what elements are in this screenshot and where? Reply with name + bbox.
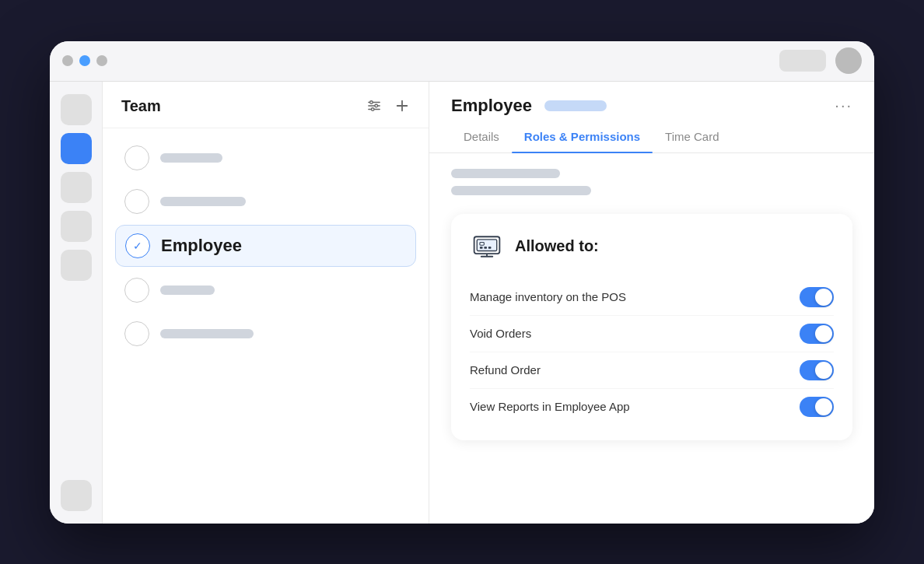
allowed-header: Allowed to:	[470, 229, 834, 264]
team-title: Team	[121, 97, 366, 115]
ph-line-2	[451, 186, 591, 195]
svg-point-3	[370, 101, 373, 104]
device-frame: Team	[50, 41, 874, 524]
pos-icon	[470, 229, 504, 264]
permission-label-inventory: Manage inventory on the POS	[470, 290, 790, 303]
permission-label-reports: View Reports in Employee App	[470, 400, 790, 413]
tab-roles-permissions[interactable]: Roles & Permissions	[512, 122, 653, 152]
avatar-5	[124, 321, 149, 346]
avatar-4	[124, 278, 149, 303]
checkmark-icon: ✓	[133, 240, 142, 252]
allowed-title: Allowed to:	[515, 237, 599, 255]
traffic-light-minimize[interactable]	[79, 55, 90, 66]
permission-label-void: Void Orders	[470, 327, 790, 340]
allowed-section: Allowed to: Manage inventory on the POS …	[451, 214, 852, 440]
filter-icon-btn[interactable]	[366, 98, 382, 114]
list-item[interactable]	[115, 270, 416, 310]
svg-rect-13	[480, 247, 483, 249]
title-bar-right-button[interactable]	[835, 47, 862, 74]
toggle-refund[interactable]	[800, 360, 834, 380]
tab-details[interactable]: Details	[451, 122, 512, 152]
title-bar-button[interactable]	[779, 50, 826, 72]
detail-name-pill	[544, 100, 607, 111]
toggle-inventory[interactable]	[800, 287, 834, 307]
list-item[interactable]	[115, 314, 416, 354]
toggle-knob	[815, 289, 832, 306]
team-actions	[366, 98, 410, 114]
permission-label-refund: Refund Order	[470, 363, 790, 377]
detail-panel: Employee ··· Details Roles & Permissions…	[429, 82, 874, 524]
placeholder-lines	[451, 169, 852, 195]
permission-row-inventory: Manage inventory on the POS	[470, 279, 834, 316]
sidebar-item-5[interactable]	[61, 250, 92, 281]
svg-point-4	[375, 104, 378, 107]
list-item[interactable]	[115, 138, 416, 178]
detail-actions: ···	[835, 96, 852, 114]
name-placeholder-1	[160, 153, 222, 163]
traffic-lights	[62, 55, 107, 66]
toggle-knob	[815, 362, 832, 379]
permission-row-reports: View Reports in Employee App	[470, 389, 834, 425]
ph-line-1	[451, 169, 560, 178]
tab-time-card[interactable]: Time Card	[653, 122, 731, 152]
svg-rect-14	[484, 247, 487, 249]
traffic-light-fullscreen[interactable]	[96, 55, 107, 66]
sidebar-item-4[interactable]	[61, 211, 92, 242]
traffic-light-close[interactable]	[62, 55, 73, 66]
toggle-knob	[815, 398, 832, 415]
toggle-knob	[815, 325, 832, 342]
sidebar-item-bottom[interactable]	[61, 480, 92, 511]
team-panel: Team	[103, 82, 429, 524]
toggle-reports[interactable]	[800, 397, 834, 417]
toggle-void[interactable]	[800, 324, 834, 344]
avatar-2	[124, 189, 149, 214]
detail-header: Employee ···	[429, 82, 874, 116]
detail-content: Allowed to: Manage inventory on the POS …	[429, 153, 874, 524]
title-bar	[50, 41, 874, 82]
more-options-button[interactable]: ···	[835, 96, 852, 114]
detail-name: Employee	[451, 96, 532, 116]
sidebar-item-1[interactable]	[61, 94, 92, 125]
avatar-1	[124, 145, 149, 170]
sidebar-item-2-active[interactable]	[61, 133, 92, 164]
avatar-employee: ✓	[125, 233, 150, 258]
team-header: Team	[103, 82, 429, 128]
tabs-bar: Details Roles & Permissions Time Card	[429, 122, 874, 153]
employee-name: Employee	[161, 236, 242, 256]
permission-row-refund: Refund Order	[470, 352, 834, 389]
team-list: ✓ Employee	[103, 128, 429, 363]
list-item-employee-selected[interactable]: ✓ Employee	[115, 225, 416, 267]
svg-rect-15	[488, 247, 492, 249]
add-icon-btn[interactable]	[394, 98, 410, 114]
sidebar-item-3[interactable]	[61, 172, 92, 203]
app-body: Team	[50, 82, 874, 524]
permission-row-void: Void Orders	[470, 316, 834, 352]
name-placeholder-5	[160, 329, 254, 338]
name-placeholder-2	[160, 197, 246, 206]
sidebar	[50, 82, 103, 524]
list-item[interactable]	[115, 181, 416, 222]
name-placeholder-4	[160, 286, 215, 295]
svg-point-5	[371, 108, 374, 111]
